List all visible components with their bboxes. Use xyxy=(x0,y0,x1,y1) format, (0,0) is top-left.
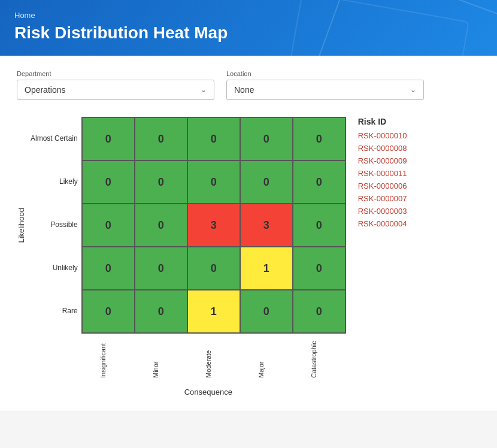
col-label-moderate: Moderate xyxy=(205,334,212,382)
department-value: Operations xyxy=(25,85,65,95)
x-axis-title-wrapper: Consequence xyxy=(77,384,340,396)
heatmap-cell[interactable]: 0 xyxy=(187,117,240,161)
heatmap-cell[interactable]: 1 xyxy=(240,247,293,290)
location-label: Location xyxy=(226,70,424,77)
risk-ids-list: RSK-0000010RSK-0000008RSK-0000009RSK-000… xyxy=(358,131,436,228)
heatmap-cell[interactable]: 0 xyxy=(293,290,346,333)
heatmap-cell[interactable]: 0 xyxy=(82,247,135,290)
heatmap-cell[interactable]: 3 xyxy=(240,204,293,247)
heatmap-wrapper: Likelihood Almost Certain Likely Possibl… xyxy=(17,117,346,396)
risk-id-link[interactable]: RSK-0000009 xyxy=(358,156,436,165)
heatmap-cell[interactable]: 0 xyxy=(293,117,346,161)
heatmap-cell[interactable]: 0 xyxy=(82,161,135,204)
risk-id-link[interactable]: RSK-0000004 xyxy=(358,219,436,228)
heatmap-grid: 0000000000003300001000100 xyxy=(81,117,346,334)
main-content: Department Operations ⌄ Location None ⌄ … xyxy=(0,56,497,411)
risk-id-link[interactable]: RSK-0000006 xyxy=(358,181,436,190)
row-label-rare: Rare xyxy=(31,289,78,332)
filters-row: Department Operations ⌄ Location None ⌄ xyxy=(17,70,480,100)
heatmap-cell[interactable]: 0 xyxy=(82,117,135,161)
heatmap-cell[interactable]: 0 xyxy=(293,204,346,247)
heatmap-inner: Likelihood Almost Certain Likely Possibl… xyxy=(17,117,346,334)
heatmap-rows-wrapper: Almost Certain Likely Possible Unlikely … xyxy=(31,117,346,334)
risk-id-link[interactable]: RSK-0000007 xyxy=(358,194,436,203)
row-label-almost-certain: Almost Certain xyxy=(31,117,78,160)
heatmap-cell[interactable]: 1 xyxy=(187,290,240,333)
heatmap-cell[interactable]: 0 xyxy=(135,161,187,204)
heatmap-cell[interactable]: 3 xyxy=(187,204,240,247)
risk-panel-header: Risk ID xyxy=(358,117,436,126)
page-header: Home Risk Distribution Heat Map xyxy=(0,0,497,56)
heatmap-cell[interactable]: 0 xyxy=(240,290,293,333)
breadcrumb[interactable]: Home xyxy=(14,11,483,20)
department-label: Department xyxy=(17,70,214,77)
heatmap-cell[interactable]: 0 xyxy=(135,117,187,161)
location-value: None xyxy=(234,85,254,95)
department-filter: Department Operations ⌄ xyxy=(17,70,214,100)
col-label-insignificant: Insignificant xyxy=(99,334,107,382)
heatmap-cell[interactable]: 0 xyxy=(82,290,135,333)
page-title: Risk Distribution Heat Map xyxy=(14,23,483,43)
heatmap-cell[interactable]: 0 xyxy=(240,161,293,204)
col-label-catastrophic: Catastrophic xyxy=(310,334,317,382)
location-select[interactable]: None ⌄ xyxy=(226,80,424,100)
heatmap-cell[interactable]: 0 xyxy=(135,290,187,333)
chart-area: Likelihood Almost Certain Likely Possibl… xyxy=(17,117,480,396)
department-select[interactable]: Operations ⌄ xyxy=(17,80,214,100)
risk-id-link[interactable]: RSK-0000008 xyxy=(358,144,436,153)
heatmap-cell[interactable]: 0 xyxy=(135,247,187,290)
heatmap-cell[interactable]: 0 xyxy=(187,247,240,290)
heatmap-cell[interactable]: 0 xyxy=(293,161,346,204)
col-label-minor: Minor xyxy=(152,334,159,382)
row-label-likely: Likely xyxy=(31,160,78,203)
heatmap-cell[interactable]: 0 xyxy=(240,117,293,161)
row-label-possible: Possible xyxy=(31,203,78,246)
x-axis-labels-row: Insignificant Minor Moderate Major Catas… xyxy=(77,334,340,382)
risk-panel: Risk ID RSK-0000010RSK-0000008RSK-000000… xyxy=(358,117,436,232)
risk-id-link[interactable]: RSK-0000011 xyxy=(358,169,436,178)
risk-id-link[interactable]: RSK-0000010 xyxy=(358,131,436,140)
chevron-down-icon: ⌄ xyxy=(201,86,207,94)
heatmap-cell[interactable]: 0 xyxy=(293,247,346,290)
location-filter: Location None ⌄ xyxy=(226,70,424,100)
heatmap-cell[interactable]: 0 xyxy=(187,161,240,204)
row-labels: Almost Certain Likely Possible Unlikely … xyxy=(31,117,78,332)
y-axis-label: Likelihood xyxy=(17,208,26,243)
risk-id-link[interactable]: RSK-0000003 xyxy=(358,207,436,216)
x-axis-labels: Insignificant Minor Moderate Major Catas… xyxy=(77,334,340,382)
row-label-unlikely: Unlikely xyxy=(31,246,78,289)
heatmap-cell[interactable]: 0 xyxy=(135,204,187,247)
chevron-down-icon: ⌄ xyxy=(410,86,416,94)
heatmap-cell[interactable]: 0 xyxy=(82,204,135,247)
x-axis-title: Consequence xyxy=(77,388,340,396)
col-label-major: Major xyxy=(257,334,265,382)
